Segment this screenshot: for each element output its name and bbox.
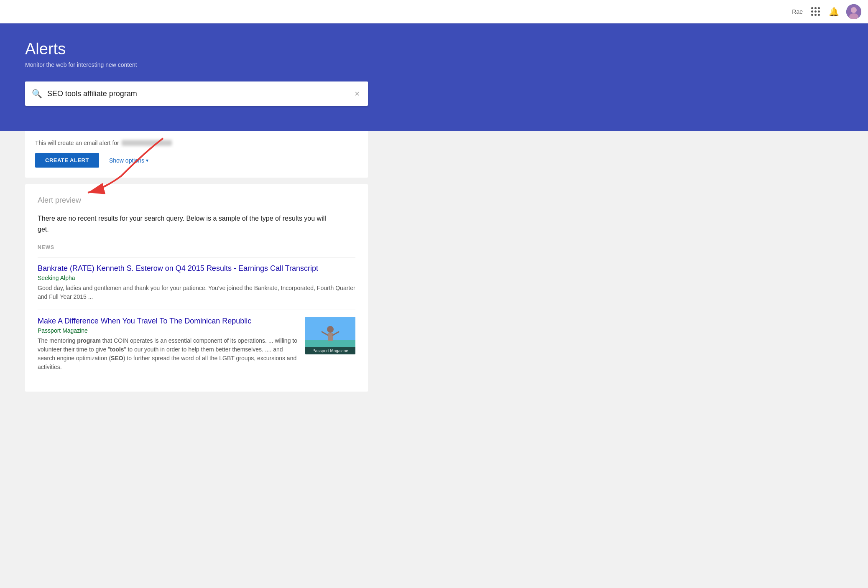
news-item-content: Make A Difference When You Travel To The…: [38, 317, 299, 372]
page-header: Alerts Monitor the web for interesting n…: [0, 23, 868, 131]
news-item-title[interactable]: Make A Difference When You Travel To The…: [38, 317, 299, 326]
page-title: Alerts: [25, 40, 843, 58]
alert-creation-card: This will create an email alert for CREA…: [25, 131, 368, 178]
apps-icon[interactable]: [809, 6, 821, 18]
news-item-source: Passport Magazine: [38, 327, 299, 334]
show-options-button[interactable]: Show options ▾: [109, 157, 148, 164]
search-box: 🔍 ×: [25, 81, 368, 106]
clear-icon[interactable]: ×: [353, 87, 361, 100]
news-item-title[interactable]: Bankrate (RATE) Kenneth S. Esterow on Q4…: [38, 264, 355, 273]
topbar-username: Rae: [792, 8, 803, 15]
section-label: NEWS: [38, 244, 355, 250]
email-notice: This will create an email alert for: [35, 140, 358, 146]
alert-actions: CREATE ALERT Show options ▾: [35, 153, 358, 168]
news-item-description: Good day, ladies and gentlemen and thank…: [38, 284, 355, 301]
news-item-source: Seeking Alpha: [38, 275, 355, 281]
chevron-down-icon: ▾: [146, 158, 148, 163]
no-results-message: There are no recent results for your sea…: [38, 213, 330, 234]
news-item-thumbnail: Passport Magazine: [305, 317, 355, 354]
news-divider: [38, 310, 355, 310]
main-content: This will create an email alert for CREA…: [0, 131, 868, 408]
topbar: Rae 🔔: [0, 0, 868, 23]
svg-rect-8: [328, 333, 333, 341]
search-input[interactable]: [47, 89, 353, 98]
search-icon: 🔍: [32, 89, 42, 99]
svg-point-1: [851, 7, 857, 13]
page-subtitle: Monitor the web for interesting new cont…: [25, 61, 843, 68]
news-item-description: The mentoring program that COIN operates…: [38, 336, 299, 372]
news-item: Bankrate (RATE) Kenneth S. Esterow on Q4…: [38, 264, 355, 301]
email-address-blurred: [122, 140, 172, 146]
notification-bell-icon[interactable]: 🔔: [828, 6, 840, 18]
news-item: Make A Difference When You Travel To The…: [38, 317, 355, 372]
svg-point-7: [327, 326, 334, 333]
create-alert-button[interactable]: CREATE ALERT: [35, 153, 99, 168]
section-divider: [38, 257, 355, 257]
alert-preview-title: Alert preview: [38, 196, 355, 205]
alert-preview-card: Alert preview There are no recent result…: [25, 184, 368, 392]
thumbnail-label: Passport Magazine: [305, 347, 355, 354]
avatar[interactable]: [846, 4, 861, 19]
